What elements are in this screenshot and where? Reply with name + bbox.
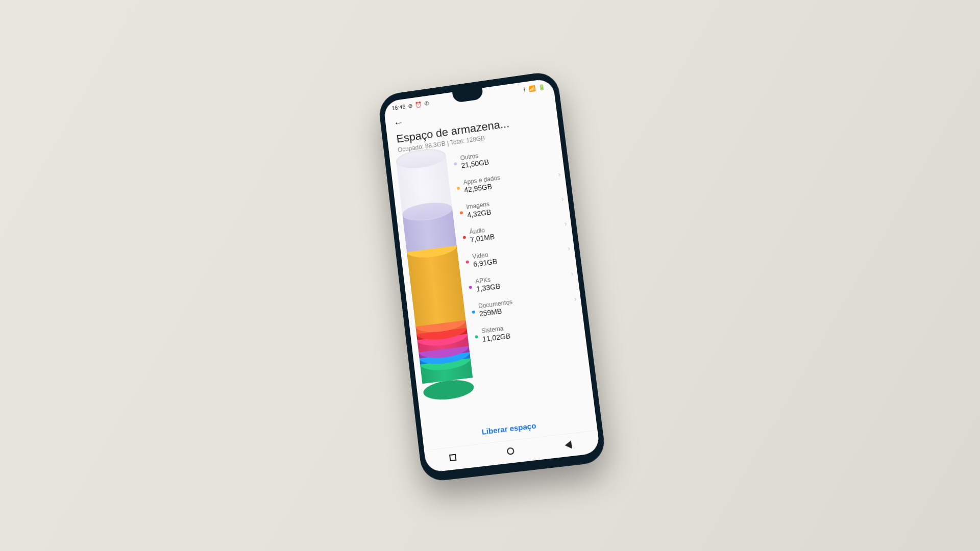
storage-legend: Outros21,50GBApps e dados42,95GB›Imagens…	[453, 140, 590, 417]
category-dot-icon	[472, 310, 475, 314]
screen: 16:46 ⊘ ⏰ ✆ ᚼ 📶 🔋 ← Espaço de armazena..…	[383, 78, 600, 473]
dnd-icon: ⊘	[407, 102, 412, 109]
chevron-right-icon: ›	[570, 269, 574, 278]
chevron-right-icon: ›	[564, 219, 568, 228]
category-dot-icon	[465, 261, 469, 264]
chevron-right-icon: ›	[561, 194, 565, 203]
category-row-imagens[interactable]: Imagens4,32GB›	[459, 191, 565, 220]
category-dot-icon	[475, 335, 478, 339]
back-nav-button[interactable]	[565, 440, 575, 450]
cylinder-segment-apps	[407, 245, 466, 327]
phone-frame: 16:46 ⊘ ⏰ ✆ ᚼ 📶 🔋 ← Espaço de armazena..…	[377, 70, 606, 483]
category-row-documentos[interactable]: Documentos259MB›	[471, 291, 577, 319]
category-row-audio[interactable]: Áudio7,01MB›	[462, 216, 568, 245]
category-row-apks[interactable]: APKs1,33GB›	[468, 266, 574, 294]
back-button[interactable]: ←	[393, 116, 404, 129]
battery-icon: 🔋	[538, 83, 546, 91]
whatsapp-icon: ✆	[424, 100, 429, 107]
category-dot-icon	[469, 285, 472, 289]
storage-content: Outros21,50GBApps e dados42,95GB›Imagens…	[390, 136, 595, 428]
category-dot-icon	[457, 187, 460, 190]
category-dot-icon	[454, 162, 457, 166]
chevron-right-icon: ›	[558, 170, 561, 178]
category-dot-icon	[463, 236, 467, 239]
chevron-right-icon: ›	[567, 244, 571, 253]
chevron-right-icon: ›	[574, 294, 577, 303]
alarm-icon: ⏰	[414, 101, 422, 108]
bluetooth-icon: ᚼ	[522, 86, 526, 93]
signal-icon: 📶	[528, 85, 536, 92]
status-time: 16:46	[391, 104, 406, 111]
home-button[interactable]	[506, 446, 517, 457]
category-row-video[interactable]: Vídeo6,91GB›	[465, 241, 571, 269]
category-dot-icon	[460, 211, 463, 215]
category-row-apps[interactable]: Apps e dados42,95GB›	[456, 166, 561, 195]
category-row-sistema: Sistema11,02GB	[474, 316, 581, 344]
recent-apps-button[interactable]	[449, 454, 459, 464]
